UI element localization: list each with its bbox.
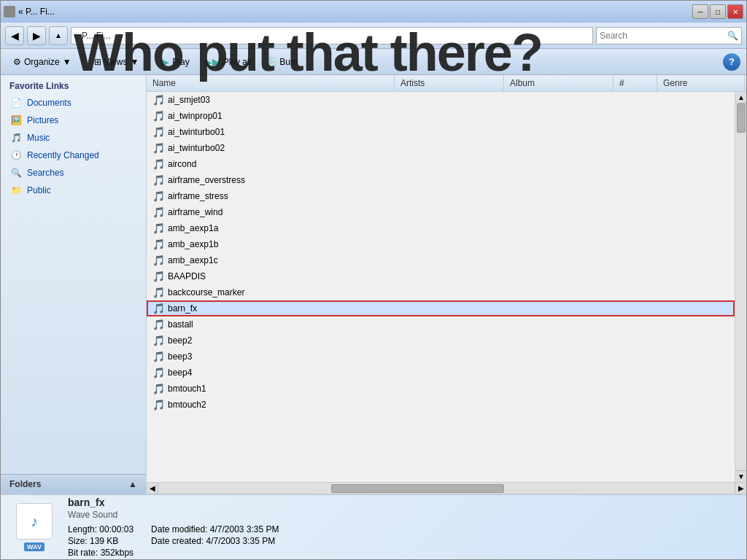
file-number-cell [614, 147, 657, 149]
table-row[interactable]: 🎵ai_twinprop01☆☆☆ [147, 108, 735, 124]
scroll-track[interactable] [735, 104, 746, 470]
h-scroll-left-button[interactable]: ◀ [147, 483, 158, 494]
scroll-up-button[interactable]: ▲ [735, 92, 746, 104]
sidebar-item-pictures[interactable]: 🖼️ Pictures [1, 112, 146, 129]
scroll-thumb[interactable] [737, 104, 746, 133]
address-path[interactable]: « P... Fi... [71, 27, 593, 44]
play-button[interactable]: ▶ Play [155, 52, 196, 72]
wav-icon: ♪ [16, 503, 53, 540]
search-input[interactable] [600, 31, 726, 41]
play-label: Play [172, 57, 189, 67]
file-genre-cell [657, 228, 735, 229]
file-album-cell [504, 211, 614, 213]
forward-button[interactable]: ▶ [27, 26, 46, 45]
scroll-down-button[interactable]: ▼ [735, 470, 746, 482]
file-name-text: ai_twinturbo02 [168, 143, 225, 153]
toolbar-separator-2 [150, 55, 150, 69]
horizontal-scrollbar[interactable]: ◀ ▶ [147, 482, 746, 494]
searches-icon: 🔍 [9, 166, 23, 179]
organize-button[interactable]: ⚙ Organize ▼ [7, 52, 78, 72]
file-artists-cell [395, 308, 504, 309]
close-button[interactable]: ✕ [727, 4, 743, 19]
h-scroll-thumb[interactable] [331, 484, 504, 493]
sidebar-item-searches[interactable]: 🔍 Searches [1, 164, 146, 182]
table-row[interactable]: 🎵aircond☆☆☆ [147, 156, 735, 172]
folders-header[interactable]: Folders ▲ [1, 474, 146, 494]
file-artists-cell [395, 388, 504, 389]
header-name[interactable]: Name [147, 75, 395, 91]
table-row[interactable]: 🎵amb_aexp1c☆☆☆ [147, 252, 735, 268]
table-row[interactable]: 🎵ai_smjet03☆☆☆ [147, 92, 735, 108]
table-row[interactable]: 🎵ai_twinturbo01☆☆☆ [147, 124, 735, 140]
maximize-button[interactable]: □ [710, 4, 726, 19]
sidebar-item-label-pictures: Pictures [27, 115, 58, 125]
file-genre-cell [657, 99, 735, 101]
table-row[interactable]: 🎵amb_aexp1b☆☆☆ [147, 236, 735, 252]
table-row[interactable]: 🎵beep2☆☆☆ [147, 332, 735, 349]
file-audio-icon: 🎵 [152, 94, 165, 106]
file-number-cell [614, 276, 657, 277]
search-box: 🔍 [596, 27, 742, 44]
wav-label: WAV [24, 542, 44, 551]
file-name-cell: 🎵aircond [147, 158, 395, 171]
sidebar-item-music[interactable]: 🎵 Music [1, 129, 146, 147]
file-genre-cell [657, 324, 735, 325]
file-artists-cell [395, 356, 504, 357]
file-genre-cell [657, 115, 735, 117]
back-button[interactable]: ◀ [5, 26, 24, 45]
header-number[interactable]: # [614, 75, 657, 91]
file-name-text: ai_twinprop01 [168, 111, 222, 121]
table-row[interactable]: 🎵backcourse_marker☆☆☆ [147, 284, 735, 300]
play-all-button[interactable]: ▶▶ Play all [198, 52, 258, 72]
file-name-cell: 🎵bastall [147, 318, 395, 331]
address-bar: ◀ ▶ ▲ « P... Fi... 🔍 [1, 23, 746, 49]
table-row[interactable]: 🎵bmtouch1☆☆☆ [147, 381, 735, 397]
file-number-cell [614, 179, 657, 181]
table-row[interactable]: 🎵airframe_overstress☆☆☆ [147, 172, 735, 188]
header-artists[interactable]: Artists [395, 75, 504, 91]
table-row[interactable]: 🎵airframe_stress☆☆☆ [147, 188, 735, 204]
table-row[interactable]: 🎵bmtouch2☆☆☆ [147, 397, 735, 413]
header-album[interactable]: Album [504, 75, 614, 91]
sidebar-item-recently-changed[interactable]: 🕐 Recently Changed [1, 147, 146, 164]
file-name-text: airframe_stress [168, 191, 228, 201]
minimize-button[interactable]: ─ [692, 4, 708, 19]
file-album-cell [504, 404, 614, 405]
sidebar-item-documents[interactable]: 📄 Documents [1, 94, 146, 112]
burn-button[interactable]: 💿 Burn [259, 52, 304, 72]
table-row[interactable]: 🎵airframe_wind☆☆☆ [147, 204, 735, 220]
file-number-cell [614, 404, 657, 405]
file-artists-cell [395, 292, 504, 293]
search-icon[interactable]: 🔍 [727, 31, 738, 41]
views-dropdown-icon: ▼ [130, 57, 139, 67]
file-album-cell [504, 276, 614, 277]
status-filename: barn_fx [68, 497, 279, 508]
table-row[interactable]: 🎵ai_twinturbo02☆☆☆ [147, 140, 735, 156]
file-album-cell [504, 195, 614, 197]
file-album-cell [504, 131, 614, 133]
vertical-scrollbar[interactable]: ▲ ▼ [735, 92, 746, 482]
table-row[interactable]: 🎵beep3☆☆☆ [147, 349, 735, 365]
up-button[interactable]: ▲ [49, 26, 68, 45]
header-rating[interactable]: Rating [745, 75, 746, 91]
file-album-cell [504, 324, 614, 325]
table-row[interactable]: 🎵barn_fx☆☆☆ [147, 300, 735, 316]
table-row[interactable]: 🎵bastall☆☆☆ [147, 316, 735, 332]
organize-label: Organize [24, 57, 60, 67]
h-scroll-right-button[interactable]: ▶ [735, 483, 746, 494]
title-controls: ─ □ ✕ [692, 4, 743, 19]
help-button[interactable]: ? [723, 53, 740, 71]
file-album-cell [504, 147, 614, 149]
file-name-text: amb_aexp1b [168, 239, 218, 249]
file-artists-cell [395, 131, 504, 133]
table-row[interactable]: 🎵beep4☆☆☆ [147, 365, 735, 381]
table-row[interactable]: 🎵amb_aexp1a☆☆☆ [147, 220, 735, 236]
header-genre[interactable]: Genre [657, 75, 745, 91]
h-scroll-track[interactable] [158, 483, 735, 494]
file-list-scroll-area[interactable]: 🎵ai_smjet03☆☆☆🎵ai_twinprop01☆☆☆🎵ai_twint… [147, 92, 735, 482]
sidebar-item-public[interactable]: 📁 Public [1, 182, 146, 199]
views-button[interactable]: ⊞ Views ▼ [88, 52, 146, 72]
file-number-cell [614, 372, 657, 373]
table-row[interactable]: 🎵BAAPDIS☆☆☆ [147, 268, 735, 284]
views-icon: ⊞ [94, 57, 101, 67]
